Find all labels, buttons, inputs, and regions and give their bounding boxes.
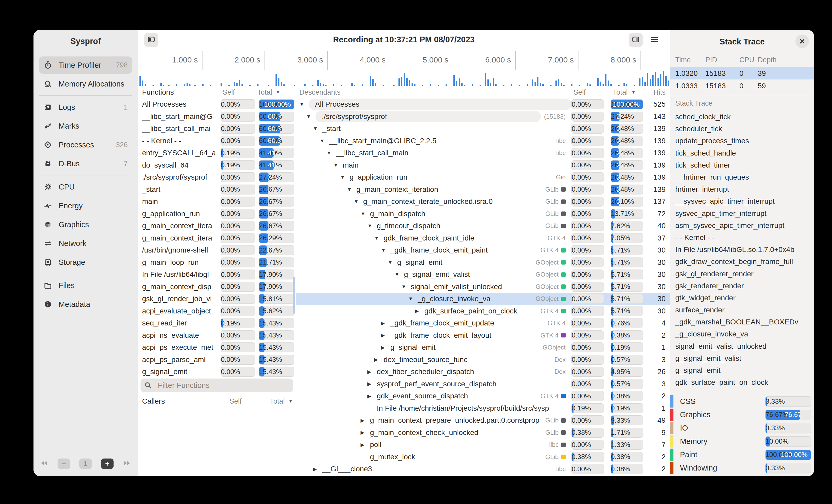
stack-frame[interactable]: sysvec_apic_timer_interrupt: [670, 207, 814, 220]
descendant-row[interactable]: ▶ __GI___clone3 libc 0.00%0.00% 0.38%0.3…: [296, 463, 670, 475]
function-row[interactable]: acpi_ps_parse_aml 0.00%0.00% 15.43%15.43…: [138, 354, 296, 366]
expander-icon[interactable]: ▶: [381, 320, 390, 326]
expander-icon[interactable]: ▼: [401, 284, 411, 290]
expander-icon[interactable]: ▼: [361, 211, 370, 217]
function-row[interactable]: ./src/sysprof/sysprof 0.00%0.00% 27.24%2…: [138, 171, 296, 184]
sidebar-item-logs[interactable]: Logs 1: [39, 99, 132, 116]
sidebar-item-storage[interactable]: Storage: [39, 254, 132, 271]
descendant-row[interactable]: ▼ g_timeout_dispatch GLib 0.00%0.00% 7.6…: [296, 220, 670, 232]
zoom-level-button[interactable]: 1: [79, 458, 92, 469]
function-row[interactable]: gsk_gl_render_job_vi 0.00%0.00% 15.81%15…: [138, 293, 296, 305]
expander-icon[interactable]: ▼: [354, 199, 363, 204]
expander-icon[interactable]: ▼: [327, 150, 336, 156]
sidebar-item-d-bus[interactable]: D-Bus 7: [39, 155, 132, 172]
sidebar-item-processes[interactable]: Processes 326: [39, 136, 132, 153]
descendant-row[interactable]: ▼ _start 0.00%0.00% 26.48%26.48% 139: [296, 122, 670, 135]
zoom-in-button[interactable]: +: [101, 458, 113, 469]
stack-frame[interactable]: g_signal_emit_valist: [670, 353, 814, 364]
function-row[interactable]: g_main_context_disp 0.00%0.00% 17.90%17.…: [138, 281, 296, 293]
expander-icon[interactable]: ▶: [361, 442, 370, 448]
stack-frame[interactable]: gdk_surface_paint_on_clock: [670, 376, 814, 388]
stack-frame[interactable]: gtk_widget_render: [670, 292, 814, 304]
descendant-row[interactable]: ▼ _g_closure_invoke_va GObject 0.00%0.00…: [296, 293, 670, 305]
function-row[interactable]: acpi_ps_execute_met 0.00%0.00% 15.43%15.…: [138, 341, 296, 354]
expander-icon[interactable]: ▼: [408, 296, 418, 302]
function-row[interactable]: seq_read_iter 0.19%0.19% 15.43%15.43%: [138, 317, 296, 329]
stack-frame[interactable]: tick_sched_handle: [670, 147, 814, 159]
function-row[interactable]: - - Kernel - - 0.00%0.00% 60.38%60.38%: [138, 135, 296, 147]
stack-column-time[interactable]: Time: [675, 56, 691, 64]
stack-frame[interactable]: g_signal_emit: [670, 364, 814, 376]
functions-column-name[interactable]: Functions: [142, 88, 220, 96]
expander-icon[interactable]: ▼: [306, 114, 315, 119]
close-panel-button[interactable]: [796, 34, 809, 48]
menu-button[interactable]: [648, 33, 662, 47]
stack-frame[interactable]: hrtimer_interrupt: [670, 183, 814, 195]
function-row[interactable]: entry_SYSCALL_64_a 0.19%0.19% 41.90%41.9…: [138, 147, 296, 159]
descendant-row[interactable]: ▼ g_signal_emit_valist GObject 0.00%0.00…: [296, 269, 670, 281]
expander-icon[interactable]: ▶: [381, 332, 390, 338]
descendants-column-hits[interactable]: Hits: [643, 88, 666, 96]
stack-frame[interactable]: update_process_times: [670, 135, 814, 147]
expander-icon[interactable]: ▶: [313, 466, 322, 472]
expander-icon[interactable]: ▶: [367, 369, 377, 375]
stack-frame[interactable]: surface_render: [670, 304, 814, 316]
function-row[interactable]: g_main_context_itera 0.00%0.00% 26.67%26…: [138, 220, 296, 232]
expander-icon[interactable]: ▼: [340, 174, 349, 180]
toggle-right-panel-button[interactable]: [629, 33, 643, 47]
sidebar-item-energy[interactable]: Energy: [39, 197, 132, 214]
function-row[interactable]: acpi_ns_evaluate 0.00%0.00% 15.43%15.43%: [138, 329, 296, 342]
stack-sample-row[interactable]: 1.0333 15183 0 59: [670, 80, 814, 92]
descendant-row[interactable]: ▼ ./src/sysprof/sysprof (15183) 0.00%0.0…: [296, 111, 670, 123]
descendant-row[interactable]: g_mutex_lock GLib 0.38%0.38% 0.38%0.38% …: [296, 451, 670, 463]
sidebar-item-cpu[interactable]: CPU: [39, 178, 132, 196]
function-row[interactable]: g_main_context_itera 0.00%0.00% 26.29%26…: [138, 232, 296, 245]
expander-icon[interactable]: ▼: [388, 259, 397, 265]
stack-frame[interactable]: _gdk_marshal_BOOLEAN__BOXEDv: [670, 316, 814, 328]
expander-icon[interactable]: ▶: [361, 429, 370, 436]
sidebar-item-time-profiler[interactable]: Time Profiler 798: [39, 56, 132, 74]
stack-frame[interactable]: - - Kernel - -: [670, 232, 814, 244]
descendant-row[interactable]: ▶ dex_fiber_scheduler_dispatch Dex 0.00%…: [296, 366, 670, 378]
skip-backward-button[interactable]: [40, 459, 48, 469]
function-row[interactable]: All Processes 0.00%0.00% 100.00%100.00%: [138, 98, 296, 111]
descendant-row[interactable]: ▼ gdk_frame_clock_paint_idle GTK 4 0.00%…: [296, 232, 670, 245]
descendant-row[interactable]: ▼ g_main_context_iteration GLib 0.00%0.0…: [296, 184, 670, 196]
stack-frame[interactable]: gdk_draw_context_begin_frame_full: [670, 256, 814, 268]
callers-column-self[interactable]: Self: [230, 397, 261, 405]
descendant-row[interactable]: ▶ _gdk_frame_clock_emit_layout GTK 4 0.0…: [296, 329, 670, 342]
descendant-row[interactable]: ▶ gdk_surface_paint_on_clock GTK 4 0.00%…: [296, 305, 670, 317]
expander-icon[interactable]: ▼: [347, 187, 356, 192]
descendant-row[interactable]: ▼ signal_emit_valist_unlocked GObject 0.…: [296, 281, 670, 293]
expander-icon[interactable]: ▼: [333, 162, 343, 168]
expander-icon[interactable]: ▶: [381, 344, 390, 351]
descendant-row[interactable]: ▼ _gdk_frame_clock_emit_paint GTK 4 0.00…: [296, 244, 670, 256]
filter-functions-input[interactable]: [140, 379, 293, 392]
expander-icon[interactable]: ▼: [313, 126, 322, 132]
descendants-column-name[interactable]: Descendants: [299, 88, 566, 96]
descendant-row[interactable]: ▼ g_main_context_iterate_unlocked.isra.0…: [296, 196, 670, 208]
expander-icon[interactable]: ▶: [361, 418, 370, 423]
expander-icon[interactable]: ▼: [374, 235, 384, 241]
function-row[interactable]: _start 0.00%0.00% 26.67%26.67%: [138, 184, 296, 196]
function-row[interactable]: __libc_start_main@G 0.00%0.00% 60.76%60.…: [138, 111, 296, 123]
descendant-row[interactable]: ▶ g_main_context_prepare_unlocked.part.0…: [296, 414, 670, 427]
stack-frame[interactable]: scheduler_tick: [670, 123, 814, 135]
stack-frame[interactable]: gsk_gl_renderer_render: [670, 268, 814, 280]
stack-sample-row[interactable]: 1.0320 15183 0 39: [670, 67, 814, 80]
function-row[interactable]: main 0.00%0.00% 26.67%26.67%: [138, 196, 296, 208]
sidebar-item-files[interactable]: Files: [39, 277, 132, 294]
expander-icon[interactable]: ▼: [381, 247, 390, 253]
stack-column-pid[interactable]: PID: [705, 56, 717, 64]
function-row[interactable]: /usr/bin/gnome-shell 0.00%0.00% 22.67%22…: [138, 244, 296, 256]
descendant-row[interactable]: ▼ main 0.00%0.00% 26.48%26.48% 139: [296, 159, 670, 171]
stack-frame[interactable]: __sysvec_apic_timer_interrupt: [670, 195, 814, 207]
callers-column-name[interactable]: Callers: [142, 397, 230, 405]
stack-frame[interactable]: tick_sched_timer: [670, 159, 814, 171]
expander-icon[interactable]: ▶: [367, 393, 377, 399]
expander-icon[interactable]: ▼: [394, 272, 404, 277]
descendant-row[interactable]: ▶ g_signal_emit GObject 0.00%0.00% 0.19%…: [296, 341, 670, 354]
sidebar-item-marks[interactable]: Marks: [39, 117, 132, 135]
descendant-row[interactable]: ▶ gdk_event_source_dispatch GTK 4 0.00%0…: [296, 390, 670, 402]
descendants-column-total[interactable]: Total▼: [610, 88, 643, 96]
